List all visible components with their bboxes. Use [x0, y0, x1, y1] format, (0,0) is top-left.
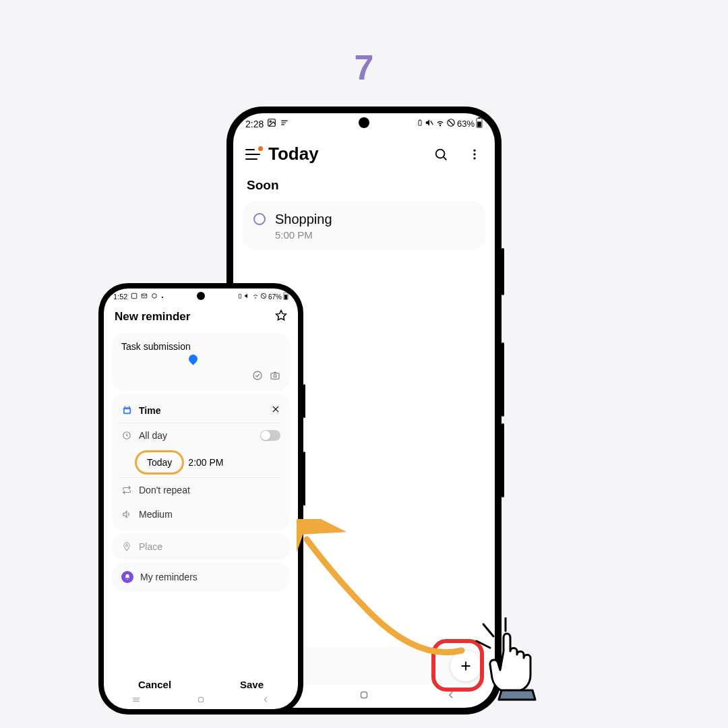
circle-icon	[151, 293, 158, 301]
task-input-card[interactable]: Task submission	[112, 333, 290, 391]
svg-point-14	[436, 149, 445, 158]
checkbox-circle[interactable]	[253, 213, 266, 225]
time-label: Time	[139, 405, 160, 416]
date-chip[interactable]: Today	[139, 453, 180, 472]
svg-line-15	[444, 157, 446, 160]
svg-rect-25	[132, 293, 138, 299]
repeat-row[interactable]: Don't repeat	[121, 478, 280, 502]
svg-rect-12	[478, 117, 480, 119]
list-icon	[280, 118, 289, 129]
nav-back-icon[interactable]	[445, 689, 457, 704]
action-bar: Cancel Save	[104, 679, 298, 690]
no-data-icon	[260, 293, 267, 301]
svg-point-37	[274, 375, 276, 377]
svg-rect-28	[239, 294, 241, 298]
svg-point-17	[473, 153, 475, 155]
cancel-button[interactable]: Cancel	[138, 679, 171, 690]
svg-rect-49	[199, 697, 204, 702]
svg-rect-24	[361, 692, 367, 698]
svg-rect-40	[129, 406, 129, 408]
mute-icon	[425, 118, 434, 129]
status-battery: 63%	[457, 119, 475, 129]
wifi-icon	[252, 293, 259, 301]
date-time-row[interactable]: Today 2:00 PM	[121, 448, 280, 477]
list-card[interactable]: My reminders	[112, 563, 290, 591]
nav-back-icon[interactable]	[261, 695, 270, 706]
battery-icon	[417, 118, 423, 129]
reminder-item[interactable]: Shopping 5:00 PM	[243, 201, 485, 250]
svg-line-31	[262, 295, 265, 298]
svg-rect-13	[477, 121, 481, 127]
volume-label: Medium	[139, 509, 173, 520]
battery-icon	[237, 293, 243, 301]
nav-home-icon[interactable]	[358, 689, 370, 704]
svg-point-35	[253, 371, 262, 380]
repeat-label: Don't repeat	[139, 485, 190, 495]
page-title: Today	[268, 144, 415, 164]
page-title: New reminder	[115, 310, 190, 324]
phone-small-frame: 1:52 • 67% New reminder Task submi	[98, 283, 303, 715]
reminder-title: Shopping	[275, 210, 332, 228]
svg-rect-33	[284, 295, 287, 299]
image-icon	[131, 293, 138, 301]
volume-row[interactable]: Medium	[121, 502, 280, 526]
nav-recents-icon[interactable]	[131, 695, 141, 706]
image-icon	[267, 118, 276, 129]
phone-small-screen: 1:52 • 67% New reminder Task submi	[104, 289, 298, 709]
no-data-icon	[446, 118, 456, 129]
svg-rect-36	[271, 373, 279, 380]
battery-level-icon	[283, 292, 289, 301]
calendar-icon	[121, 405, 132, 415]
app-header: Today	[233, 131, 495, 171]
status-time: 2:28	[245, 119, 264, 129]
time-row[interactable]: Time	[121, 398, 280, 423]
svg-rect-41	[124, 409, 129, 413]
close-icon[interactable]	[271, 404, 280, 416]
svg-point-1	[270, 121, 271, 122]
list-label: My reminders	[140, 572, 198, 582]
section-heading: Soon	[233, 171, 495, 197]
svg-line-7	[431, 121, 433, 125]
more-icon[interactable]	[466, 146, 483, 162]
bell-icon	[121, 571, 133, 583]
nav-home-icon[interactable]	[196, 695, 206, 706]
android-nav-bar	[104, 692, 298, 709]
svg-rect-39	[124, 406, 125, 408]
svg-point-45	[126, 545, 128, 547]
repeat-icon	[121, 485, 132, 495]
status-battery: 67%	[268, 293, 282, 301]
svg-line-51	[483, 624, 493, 636]
save-button[interactable]: Save	[240, 679, 264, 690]
hand-pointer-icon	[473, 617, 561, 705]
wifi-icon	[435, 118, 445, 129]
task-text[interactable]: Task submission	[121, 341, 280, 352]
svg-point-8	[439, 125, 440, 126]
time-settings-card: Time All day Today 2:00 PM Don't repeat	[112, 394, 290, 530]
step-number: 7	[355, 47, 374, 88]
search-icon[interactable]	[433, 146, 449, 162]
location-icon	[121, 542, 132, 551]
all-day-label: All day	[139, 430, 167, 441]
svg-line-50	[477, 641, 490, 648]
battery-level-icon	[476, 117, 483, 130]
svg-point-16	[473, 149, 475, 151]
all-day-toggle[interactable]	[260, 430, 280, 441]
reminder-time: 5:00 PM	[275, 229, 332, 241]
all-day-row[interactable]: All day	[121, 423, 280, 448]
camera-icon[interactable]	[270, 370, 280, 383]
front-camera	[359, 117, 369, 128]
place-card[interactable]: Place	[112, 533, 290, 560]
checklist-icon[interactable]	[252, 370, 263, 383]
svg-point-27	[152, 294, 157, 299]
cursor-handle[interactable]	[187, 353, 199, 365]
svg-line-10	[448, 121, 453, 125]
clock-icon	[121, 431, 132, 440]
volume-icon	[121, 510, 132, 519]
place-label: Place	[139, 541, 162, 552]
svg-marker-34	[276, 311, 286, 320]
time-value[interactable]: 2:00 PM	[188, 457, 223, 468]
menu-icon[interactable]	[245, 149, 260, 160]
star-icon[interactable]	[275, 309, 287, 324]
front-camera	[197, 292, 205, 300]
mail-icon	[141, 293, 148, 301]
